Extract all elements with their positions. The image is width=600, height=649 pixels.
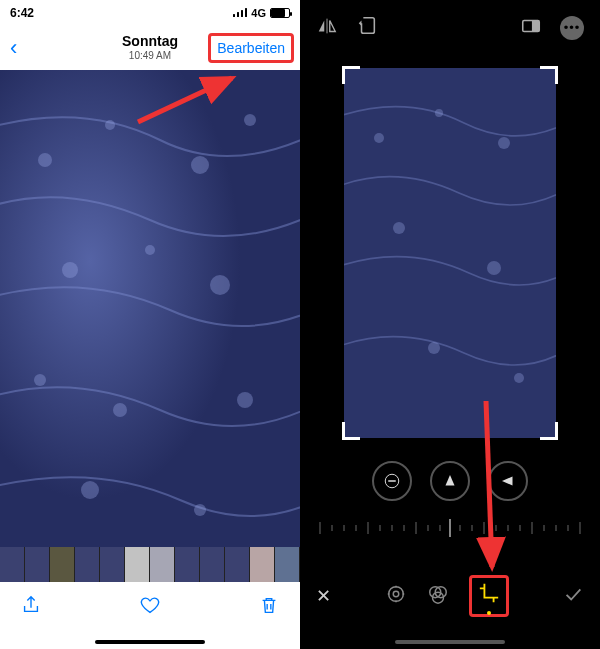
adjust-row bbox=[300, 461, 600, 501]
back-button[interactable]: ‹ bbox=[10, 35, 17, 61]
angle-dial[interactable] bbox=[310, 513, 590, 543]
status-time: 6:42 bbox=[10, 6, 34, 20]
svg-point-21 bbox=[487, 261, 501, 275]
svg-point-49 bbox=[388, 587, 403, 602]
signal-icon bbox=[233, 8, 248, 17]
photo-editor: ••• bbox=[300, 0, 600, 649]
svg-point-3 bbox=[191, 156, 209, 174]
rotate-icon[interactable] bbox=[356, 15, 378, 41]
svg-point-5 bbox=[62, 262, 78, 278]
battery-icon bbox=[270, 8, 290, 18]
trash-button[interactable] bbox=[258, 594, 280, 620]
svg-point-20 bbox=[393, 222, 405, 234]
svg-point-22 bbox=[428, 342, 440, 354]
vertical-button[interactable] bbox=[430, 461, 470, 501]
svg-point-7 bbox=[210, 275, 230, 295]
svg-point-10 bbox=[237, 392, 253, 408]
share-button[interactable] bbox=[20, 594, 42, 620]
adjust-button[interactable] bbox=[385, 583, 407, 609]
svg-point-19 bbox=[498, 137, 510, 149]
home-indicator bbox=[395, 640, 505, 644]
photos-viewer: 6:42 4G ‹ Sonntag 10:49 AM Bearbeiten bbox=[0, 0, 300, 649]
svg-rect-16 bbox=[344, 68, 556, 438]
crop-button[interactable] bbox=[469, 575, 509, 617]
cancel-button[interactable]: ✕ bbox=[316, 585, 331, 607]
svg-rect-15 bbox=[532, 20, 539, 31]
status-bar: 6:42 4G bbox=[0, 0, 300, 25]
svg-point-8 bbox=[34, 374, 46, 386]
aspect-icon[interactable] bbox=[520, 15, 542, 41]
thumbnail-strip[interactable] bbox=[0, 547, 300, 582]
flip-icon[interactable] bbox=[316, 15, 338, 41]
crop-frame[interactable] bbox=[344, 68, 556, 438]
straighten-button[interactable] bbox=[372, 461, 412, 501]
nav-bar: ‹ Sonntag 10:49 AM Bearbeiten bbox=[0, 25, 300, 70]
svg-point-11 bbox=[81, 481, 99, 499]
bottom-toolbar bbox=[0, 582, 300, 632]
more-button[interactable]: ••• bbox=[560, 16, 584, 40]
editor-bottom-bar: ✕ bbox=[300, 571, 600, 621]
svg-rect-25 bbox=[388, 480, 396, 482]
svg-point-2 bbox=[105, 120, 115, 130]
svg-point-18 bbox=[435, 109, 443, 117]
svg-point-50 bbox=[393, 591, 399, 597]
horizontal-button[interactable] bbox=[488, 461, 528, 501]
favorite-button[interactable] bbox=[139, 594, 161, 620]
svg-point-12 bbox=[194, 504, 206, 516]
svg-point-4 bbox=[244, 114, 256, 126]
photo-preview[interactable] bbox=[0, 70, 300, 547]
svg-rect-0 bbox=[0, 70, 300, 547]
svg-point-6 bbox=[145, 245, 155, 255]
editor-top-bar: ••• bbox=[300, 0, 600, 55]
home-indicator bbox=[95, 640, 205, 644]
status-right: 4G bbox=[233, 7, 290, 19]
svg-point-1 bbox=[38, 153, 52, 167]
status-network: 4G bbox=[251, 7, 266, 19]
done-button[interactable] bbox=[562, 583, 584, 609]
svg-point-23 bbox=[514, 373, 524, 383]
nav-day: Sonntag bbox=[122, 34, 178, 49]
svg-point-17 bbox=[374, 133, 384, 143]
nav-subtitle: 10:49 AM bbox=[122, 50, 178, 61]
svg-point-9 bbox=[113, 403, 127, 417]
nav-title: Sonntag 10:49 AM bbox=[122, 34, 178, 60]
filters-button[interactable] bbox=[427, 583, 449, 609]
edit-button[interactable]: Bearbeiten bbox=[208, 33, 294, 63]
